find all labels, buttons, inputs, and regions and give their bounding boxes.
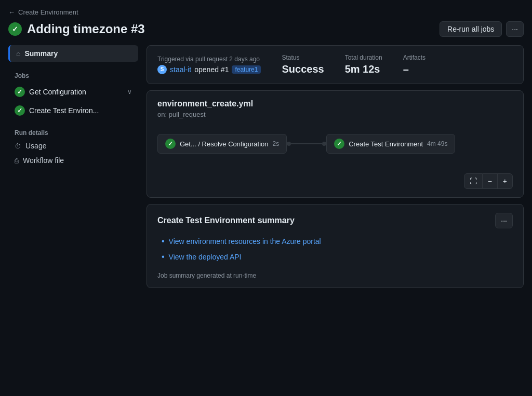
job-node-1[interactable]: Get... / Resolve Configuration 2s xyxy=(157,134,287,154)
file-icon: ⎙ xyxy=(15,157,19,165)
summary-link-item-1: • View environment resources in the Azur… xyxy=(162,237,513,246)
workflow-trigger: on: pull_request xyxy=(157,111,513,118)
sidebar: ⌂ Summary Jobs Get Configuration ∨ Creat… xyxy=(8,45,138,388)
sidebar-summary-label: Summary xyxy=(24,49,58,58)
content-area: Triggered via pull request 2 days ago S … xyxy=(147,45,524,388)
sidebar-item-get-configuration[interactable]: Get Configuration ∨ xyxy=(8,84,138,100)
summary-link-item-2: • View the deployed API xyxy=(162,252,513,262)
zoom-in-button[interactable]: + xyxy=(498,173,513,189)
sidebar-job1-label: Get Configuration xyxy=(29,88,86,96)
fit-to-screen-button[interactable]: ⛶ xyxy=(464,173,483,189)
trigger-info: S staal-it opened #1 feature1 xyxy=(157,65,261,74)
duration-value: 5m 12s xyxy=(345,63,382,75)
back-link[interactable]: ← Create Environment xyxy=(8,8,524,16)
title-actions: Re-run all jobs ··· xyxy=(440,21,524,37)
chevron-down-icon: ∨ xyxy=(127,88,132,95)
clock-icon: ⏱ xyxy=(15,142,21,150)
bullet-2: • xyxy=(162,252,165,262)
branch-badge[interactable]: feature1 xyxy=(232,65,261,74)
sidebar-job2-label: Create Test Environ... xyxy=(29,106,99,115)
zoom-out-button[interactable]: − xyxy=(483,173,498,189)
pr-opened-label: opened #1 xyxy=(194,65,229,74)
status-label: Status xyxy=(282,54,324,61)
trigger-label: Triggered via pull request 2 days ago xyxy=(157,56,261,63)
sidebar-usage-label: Usage xyxy=(25,142,46,150)
sidebar-run-details-label: Run details xyxy=(8,125,138,139)
job2-node-time: 4m 49s xyxy=(427,140,447,147)
sidebar-item-create-test-environ[interactable]: Create Test Environ... xyxy=(8,102,138,119)
job2-node-status-icon xyxy=(334,139,344,149)
connector-dot-right xyxy=(322,142,326,146)
title-row: Adding timezone #3 Re-run all jobs ··· xyxy=(8,21,524,37)
summary-card-title: Create Test Environment summary xyxy=(157,216,295,225)
sidebar-item-workflow-file[interactable]: ⎙ Workflow file xyxy=(8,153,138,168)
sidebar-item-summary[interactable]: ⌂ Summary xyxy=(8,45,138,62)
summary-footer: Job summary generated at run-time xyxy=(157,272,513,279)
summary-card: Create Test Environment summary ··· • Vi… xyxy=(147,204,524,288)
title-left: Adding timezone #3 xyxy=(8,22,145,36)
job1-node-status-icon xyxy=(165,139,176,149)
job2-node-label: Create Test Environment xyxy=(349,140,423,148)
connector-line xyxy=(291,143,322,144)
artifacts-label: Artifacts xyxy=(403,54,425,61)
actor-avatar: S xyxy=(157,65,167,74)
summary-card-header: Create Test Environment summary ··· xyxy=(157,213,513,228)
duration-section: Total duration 5m 12s xyxy=(345,54,382,75)
job1-status-icon xyxy=(15,87,25,97)
job1-node-label: Get... / Resolve Configuration xyxy=(180,140,269,148)
run-status-icon xyxy=(8,22,22,36)
status-value: Success xyxy=(282,63,324,75)
page-title: Adding timezone #3 xyxy=(27,22,145,36)
connector-dot-left xyxy=(287,142,291,146)
status-section: Status Success xyxy=(282,54,324,75)
job2-status-icon xyxy=(15,105,25,116)
more-options-button[interactable]: ··· xyxy=(506,21,524,37)
workflow-card: environment_create.yml on: pull_request … xyxy=(147,90,524,198)
rerun-all-jobs-button[interactable]: Re-run all jobs xyxy=(440,21,502,37)
workflow-filename: environment_create.yml xyxy=(157,99,513,108)
back-arrow-icon: ← xyxy=(8,8,15,16)
actor-link[interactable]: staal-it xyxy=(170,65,191,74)
summary-link-2[interactable]: View the deployed API xyxy=(169,253,242,261)
main-layout: ⌂ Summary Jobs Get Configuration ∨ Creat… xyxy=(8,45,524,388)
artifacts-value: – xyxy=(403,63,425,75)
summary-link-1[interactable]: View environment resources in the Azure … xyxy=(169,237,321,245)
sidebar-item-usage[interactable]: ⏱ Usage xyxy=(8,139,138,153)
job1-node-time: 2s xyxy=(273,140,280,147)
back-link-label: Create Environment xyxy=(18,8,78,16)
sidebar-workflow-label: Workflow file xyxy=(23,156,64,165)
trigger-info-section: Triggered via pull request 2 days ago S … xyxy=(157,56,261,74)
sidebar-jobs-section: Jobs xyxy=(8,68,138,81)
bullet-1: • xyxy=(162,237,165,246)
workflow-controls: ⛶ − + xyxy=(157,173,513,189)
artifacts-section: Artifacts – xyxy=(403,54,425,75)
job-node-2[interactable]: Create Test Environment 4m 49s xyxy=(326,134,455,154)
summary-links: • View environment resources in the Azur… xyxy=(157,237,513,262)
home-icon: ⌂ xyxy=(16,49,20,58)
duration-label: Total duration xyxy=(345,54,382,61)
connector xyxy=(287,142,326,146)
trigger-card: Triggered via pull request 2 days ago S … xyxy=(147,45,524,84)
workflow-diagram: Get... / Resolve Configuration 2s Create… xyxy=(157,129,513,169)
sidebar-run-details: Run details ⏱ Usage ⎙ Workflow file xyxy=(8,125,138,168)
summary-more-button[interactable]: ··· xyxy=(495,213,513,228)
